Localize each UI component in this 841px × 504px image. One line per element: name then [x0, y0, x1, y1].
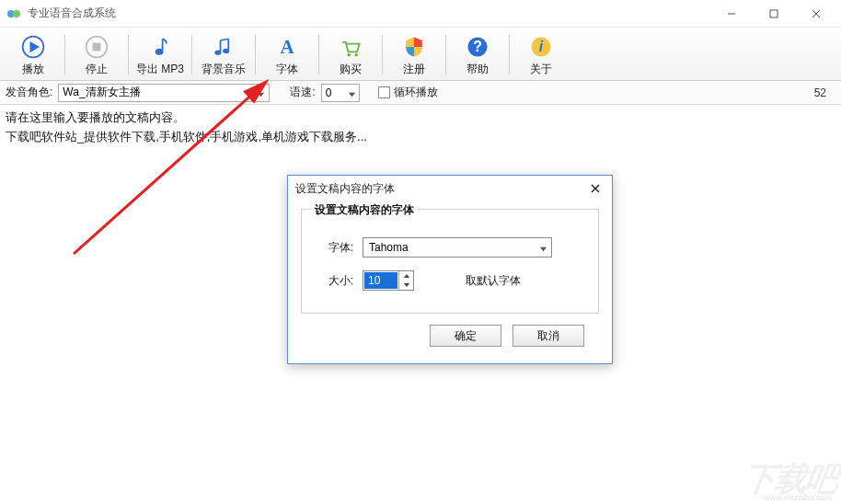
svg-rect-7: [93, 42, 101, 51]
dialog-title: 设置文稿内容的字体: [295, 181, 395, 197]
loop-label: 循环播放: [394, 85, 438, 100]
font-select[interactable]: Tahoma: [363, 237, 552, 258]
font-icon: A: [274, 32, 300, 62]
spinner-up-icon[interactable]: [399, 271, 413, 281]
default-font-link[interactable]: 取默认字体: [466, 273, 521, 289]
size-value: 10: [364, 272, 397, 289]
info-icon: i: [528, 32, 554, 62]
font-group: 设置文稿内容的字体 字体: Tahoma 大小: 10 取默认字体: [301, 209, 599, 314]
font-dialog: 设置文稿内容的字体 设置文稿内容的字体 字体: Tahoma 大小: 10: [287, 175, 613, 364]
svg-rect-1: [770, 10, 778, 17]
about-label: 关于: [530, 62, 552, 78]
chevron-down-icon: [257, 88, 265, 101]
speed-label: 语速:: [290, 85, 315, 100]
options-bar: 发音角色: Wa_清新女主播 语速: 0 循环播放 52: [0, 81, 841, 105]
speed-select[interactable]: 0: [321, 84, 360, 102]
app-icon: [7, 6, 22, 21]
cancel-button[interactable]: 取消: [513, 325, 584, 347]
font-button[interactable]: A 字体: [258, 29, 317, 80]
editor-line: 请在这里输入要播放的文稿内容。: [6, 109, 835, 128]
play-icon: [20, 32, 46, 62]
cart-icon: [338, 32, 363, 62]
toolbar: 播放 停止 导出 MP3 背景音乐 A 字体 购买 注册 ? 帮助 i 关于: [0, 28, 841, 81]
bgm-button[interactable]: 背景音乐: [194, 29, 253, 80]
titlebar: 专业语音合成系统: [0, 0, 841, 28]
font-label: 字体: [276, 62, 298, 78]
svg-marker-25: [404, 274, 409, 278]
speed-value: 0: [326, 86, 332, 99]
export-mp3-button[interactable]: 导出 MP3: [131, 29, 190, 80]
char-counter: 52: [814, 86, 835, 99]
buy-label: 购买: [340, 62, 362, 78]
role-label: 发音角色:: [6, 85, 52, 100]
help-icon: ?: [465, 32, 490, 62]
stop-button[interactable]: 停止: [67, 29, 126, 80]
about-button[interactable]: i 关于: [512, 29, 570, 80]
svg-text:?: ?: [473, 39, 482, 54]
size-spinner[interactable]: [398, 271, 413, 290]
shield-icon: [401, 32, 427, 62]
font-value: Tahoma: [369, 241, 409, 254]
buy-button[interactable]: 购买: [321, 29, 380, 80]
window-buttons: [710, 0, 837, 28]
help-button[interactable]: ? 帮助: [448, 29, 507, 80]
bgm-icon: [211, 32, 236, 62]
watermark-url: www.xiazaiba.com: [764, 493, 832, 502]
chevron-down-icon: [348, 88, 356, 101]
role-value: Wa_清新女主播: [63, 85, 140, 100]
dialog-close-button[interactable]: [586, 179, 605, 198]
font-field-label: 字体:: [317, 240, 353, 256]
dialog-titlebar: 设置文稿内容的字体: [288, 176, 612, 201]
svg-point-12: [348, 53, 351, 57]
window-title: 专业语音合成系统: [28, 6, 116, 21]
svg-text:i: i: [539, 39, 544, 54]
stop-label: 停止: [86, 62, 108, 78]
size-field-label: 大小:: [317, 273, 353, 289]
register-label: 注册: [403, 62, 425, 78]
svg-marker-5: [30, 40, 40, 52]
bgm-label: 背景音乐: [202, 62, 246, 78]
svg-point-8: [156, 48, 164, 54]
ok-button[interactable]: 确定: [430, 325, 501, 347]
close-button[interactable]: [795, 0, 837, 28]
svg-marker-24: [540, 247, 547, 252]
group-title: 设置文稿内容的字体: [311, 202, 418, 218]
maximize-button[interactable]: [753, 0, 795, 28]
svg-point-10: [223, 48, 229, 52]
role-select[interactable]: Wa_清新女主播: [58, 84, 270, 102]
stop-icon: [84, 32, 109, 62]
svg-marker-26: [404, 283, 409, 287]
music-note-icon: [147, 32, 173, 62]
svg-marker-19: [349, 92, 355, 97]
play-label: 播放: [22, 62, 44, 78]
chevron-down-icon: [539, 243, 547, 256]
svg-point-9: [214, 50, 221, 54]
svg-point-13: [354, 53, 358, 57]
editor-line: 下载吧软件站_提供软件下载,手机软件,手机游戏,单机游戏下载服务...: [6, 128, 835, 147]
play-button[interactable]: 播放: [4, 29, 63, 80]
loop-checkbox[interactable]: [378, 86, 390, 98]
minimize-button[interactable]: [710, 0, 753, 28]
svg-text:A: A: [280, 36, 294, 58]
export-label: 导出 MP3: [136, 62, 184, 78]
svg-marker-18: [258, 92, 264, 97]
size-input[interactable]: 10: [363, 270, 414, 291]
spinner-down-icon[interactable]: [399, 281, 413, 290]
close-icon: [591, 184, 600, 193]
register-button[interactable]: 注册: [385, 29, 444, 80]
help-label: 帮助: [467, 62, 489, 78]
